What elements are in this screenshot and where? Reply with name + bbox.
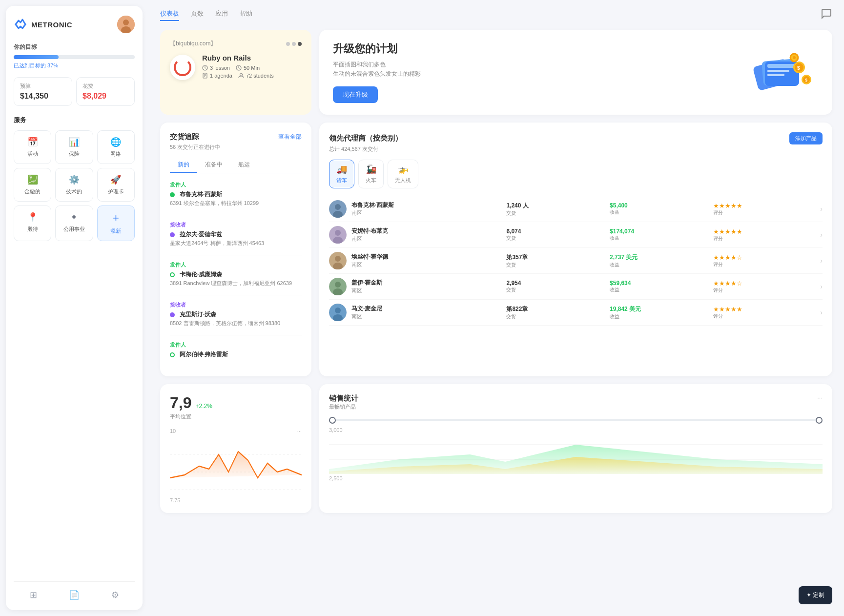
dealer-arrow-0[interactable]: › [820,205,823,213]
delivery-addr-0: 6391 埃尔全垒塞库，特拉华州 10299 [170,200,302,207]
service-item-utility[interactable]: ✦ 公用事业 [55,205,93,241]
mid-row: 交货追踪 查看全部 56 次交付正在进行中 新的 准备中 船运 发件人 布鲁克林… [160,123,832,376]
dealer-tab-drone[interactable]: 🚁 无人机 [388,160,418,188]
service-item-tech[interactable]: ⚙️ 技术的 [55,168,93,202]
dealer-revenue-0: $5,400 收益 [610,202,713,216]
delivery-role-3: 接收者 [170,301,302,308]
service-label-care: 护理卡 [108,188,124,195]
delivery-addr-3: 8502 普雷斯顿路，英格尔伍德，缅因州 98380 [170,320,302,327]
divider-2 [170,295,302,295]
course-dots [286,42,302,46]
dealers-header: 领先代理商（按类别） 添加产品 [329,132,823,144]
top-row: 【biqubiqu.com】 Ruby on Rails [160,30,832,115]
dealer-tab-train[interactable]: 🚂 火车 [358,160,384,188]
service-item-add[interactable]: + 添新 [97,205,135,241]
hospitality-icon: 📍 [27,212,38,223]
nav-dashboard[interactable]: 仪表板 [160,9,179,21]
dealer-revenue-2: 2,737 美元 收益 [610,253,713,268]
progress-bar-fill [14,55,59,59]
budget-card: 预算 $14,350 [14,77,72,106]
dealer-transactions-2: 第357章 交货 [506,253,610,268]
dealer-name-4: 马文·麦金尼 [351,305,506,313]
service-item-insurance[interactable]: 📊 保险 [55,130,93,164]
slider-thumb-right[interactable] [816,417,823,424]
upgrade-button[interactable]: 现在升级 [333,86,378,103]
delivery-name-4: 阿尔伯特·弗洛雷斯 [170,350,302,359]
upgrade-title: 升级您的计划 [333,41,421,56]
options-icon[interactable]: ··· [297,428,302,434]
chat-icon[interactable] [821,8,832,22]
sales-title-col: 销售统计 最畅销产品 [329,394,358,417]
delivery-dot-4 [170,352,175,357]
tab-new[interactable]: 新的 [170,158,197,173]
expense-value: $8,029 [82,92,128,101]
service-label-hospitality: 殷待 [27,226,38,233]
avatar[interactable] [117,16,135,33]
divider-0 [170,215,302,215]
delivery-card: 交货追踪 查看全部 56 次交付正在进行中 新的 准备中 船运 发件人 布鲁克林… [160,123,311,376]
avg-big-number: 7,9 [170,394,191,412]
dealer-tabs: 🚚 货车 🚂 火车 🚁 无人机 [329,160,823,188]
dealer-row-2: 埃丝特·霍华德 南区 第357章 交货 2,737 美元 收益 ★★★★☆ 评分 [329,248,823,274]
dealer-arrow-3[interactable]: › [820,283,823,290]
course-meta: 3 lesson 50 Min [202,65,274,71]
activity-icon: 📅 [27,137,38,147]
delivery-item-2: 发件人 卡梅伦·威廉姆森 3891 Ranchview 理查森博士，加利福尼亚州… [170,261,302,287]
dealer-arrow-1[interactable]: › [820,231,823,239]
truck-icon: 🚚 [336,164,347,175]
divider-3 [170,335,302,335]
services-title: 服务 [14,116,135,124]
settings-icon[interactable]: ⚙ [111,590,119,600]
service-item-network[interactable]: 🌐 网络 [97,130,135,164]
svg-point-34 [335,308,341,313]
service-item-hospitality[interactable]: 📍 殷待 [14,205,51,241]
divider-1 [170,255,302,255]
service-label-finance: 金融的 [24,188,41,195]
course-url: 【biqubiqu.com】 [170,40,302,48]
file-icon[interactable]: 📄 [69,590,80,600]
nav-apps[interactable]: 应用 [215,9,228,21]
nav-help[interactable]: 帮助 [240,9,252,21]
dealer-revenue-4: 19,842 美元 收益 [610,305,713,320]
goal-section: 你的目标 已达到目标的 37% [14,43,135,69]
dealer-rating-4: ★★★★★ 评分 [713,306,817,320]
dealer-row-4: 马文·麦金尼 南区 第822章 交货 19,842 美元 收益 ★★★★★ 评分 [329,300,823,326]
delivery-role-4: 发件人 [170,341,302,349]
stars-1: ★★★★★ [713,228,817,235]
service-item-finance[interactable]: 💹 金融的 [14,168,51,202]
customize-button[interactable]: ✦ 定制 [799,586,832,604]
dealer-avatar-4 [329,304,347,321]
add-product-button[interactable]: 添加产品 [789,132,823,144]
tab-preparing[interactable]: 准备中 [197,158,230,173]
dealer-arrow-2[interactable]: › [820,257,823,265]
dealer-arrow-4[interactable]: › [820,308,823,316]
layers-icon[interactable]: ⊞ [30,590,37,600]
dealer-name-col-3: 盖伊·霍金斯 南区 [351,279,506,294]
view-all-link[interactable]: 查看全部 [278,133,302,141]
sidebar-header: METRONIC [14,16,135,33]
delivery-item-3: 接收者 克里斯汀·沃森 8502 普雷斯顿路，英格尔伍德，缅因州 98380 [170,301,302,327]
delivery-role-1: 接收者 [170,221,302,228]
range-slider[interactable] [329,419,823,421]
tech-icon: ⚙️ [69,174,80,185]
dealer-region-3: 南区 [351,287,506,294]
svg-point-22 [335,204,341,210]
utility-icon: ✦ [70,212,78,223]
stars-3: ★★★★☆ [713,280,817,287]
content-area: 【biqubiqu.com】 Ruby on Rails [148,26,844,616]
dealer-rating-3: ★★★★☆ 评分 [713,280,817,294]
dealer-row-1: 安妮特·布莱克 南区 6,074 交货 $174,074 收益 ★★★★★ 评分 [329,222,823,248]
nav-pages[interactable]: 页数 [191,9,204,21]
dealer-name-col-4: 马文·麦金尼 南区 [351,305,506,320]
dealer-avatar-1 [329,226,347,244]
sales-options-icon[interactable]: ··· [817,394,823,401]
service-item-care[interactable]: 🚀 护理卡 [97,168,135,202]
dealer-region-1: 南区 [351,235,506,243]
tab-shipping[interactable]: 船运 [230,158,258,173]
delivery-item-4: 发件人 阿尔伯特·弗洛雷斯 [170,341,302,359]
dealer-tab-truck[interactable]: 🚚 货车 [329,160,354,188]
service-item-activity[interactable]: 📅 活动 [14,130,51,164]
slider-thumb-left[interactable] [329,417,336,424]
upgrade-illustration: $ $ [741,43,819,102]
topnav-links: 仪表板 页数 应用 帮助 [160,9,252,21]
